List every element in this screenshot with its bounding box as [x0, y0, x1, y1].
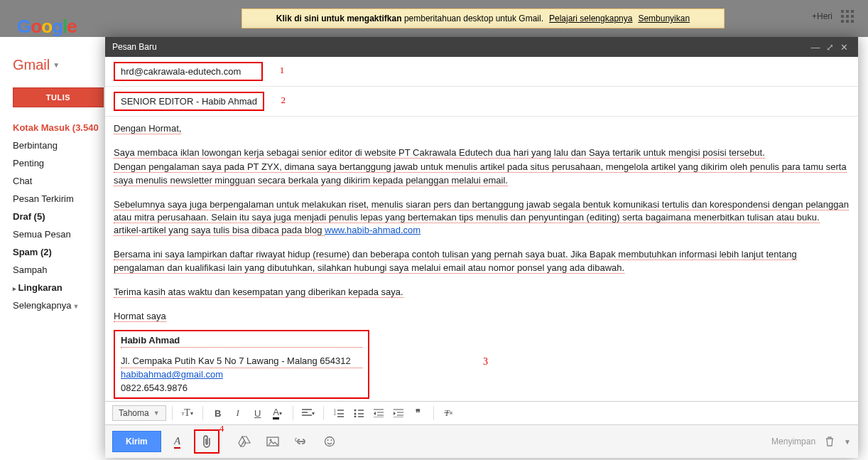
underline-icon[interactable]: U [249, 405, 267, 422]
sig-addr: Jl. Cempaka Putih Kav 5 No 7 Lawang - Ma… [121, 355, 362, 368]
emoji-icon[interactable] [318, 431, 342, 452]
more-options-icon[interactable]: ▼ [844, 438, 851, 446]
minimize-icon[interactable]: — [808, 42, 823, 53]
ordered-list-icon[interactable]: 12 [330, 405, 348, 422]
nav-spam[interactable]: Spam (2) [13, 243, 112, 261]
drive-icon[interactable] [232, 431, 256, 452]
close-icon[interactable]: ✕ [837, 42, 851, 53]
sig-name: Habib Ahmad [121, 334, 362, 348]
notice-text: pemberitahuan desktop untuk Gmail. [402, 14, 543, 23]
format-toolbar: Tahoma▼ тT▾ B I U A▾ ▾ 12 ❞ T× [105, 401, 858, 425]
body-p4: Bersama ini saya lampirkan daftar riwaya… [114, 249, 797, 273]
body-p2: Dengan pengalaman saya pada PT ZYX, dima… [114, 161, 847, 186]
indent-less-icon[interactable] [369, 405, 388, 422]
compose-button[interactable]: TULIS [13, 87, 104, 107]
font-size-icon[interactable]: тT▾ [178, 405, 197, 422]
compose-title: Pesan Baru [112, 42, 808, 52]
svg-point-2 [354, 410, 356, 412]
nav-starred[interactable]: Berbintang [13, 137, 112, 154]
quote-icon[interactable]: ❞ [409, 405, 428, 422]
nav-drafts[interactable]: Draf (5) [13, 208, 112, 225]
sig-phone: 0822.6543.9876 [121, 382, 362, 395]
sig-email-link[interactable]: habibahmad@gmail.com [121, 369, 223, 380]
svg-point-4 [354, 416, 356, 418]
annotation-box-3: Habib Ahmad Jl. Cempaka Putih Kav 5 No 7… [114, 330, 369, 399]
annotation-2: 2 [281, 95, 286, 105]
to-field-row[interactable]: hrd@cakrawala-edutech.com 1 [105, 57, 858, 87]
apps-grid-icon[interactable] [841, 10, 854, 23]
compose-window: Pesan Baru — ⤢ ✕ hrd@cakrawala-edutech.c… [105, 37, 858, 458]
send-button[interactable]: Kirim [112, 431, 161, 452]
google-logo: Google [17, 16, 77, 38]
nav-circles[interactable]: Lingkaran [13, 279, 112, 296]
caret-down-icon: ▼ [72, 303, 79, 310]
italic-icon[interactable]: I [229, 405, 247, 422]
saving-status: Menyimpan [771, 437, 815, 446]
notice-hide-link[interactable]: Sembunyikan [638, 14, 690, 23]
svg-point-7 [325, 437, 335, 446]
font-family-select[interactable]: Tahoma▼ [112, 405, 166, 421]
discard-icon[interactable] [825, 437, 834, 446]
caret-down-icon: ▼ [53, 61, 60, 69]
nav-all[interactable]: Semua Pesan [13, 225, 112, 243]
body-p5: Terima kasih atas waktu dan kesempatan y… [114, 287, 403, 298]
link-icon[interactable] [289, 431, 313, 452]
body-p6: Hormat saya [114, 311, 166, 322]
nav-more[interactable]: Selengkapnya▼ [13, 296, 112, 314]
body-greeting: Dengan Hormat, [114, 123, 181, 134]
attach-icon[interactable] [202, 435, 212, 448]
svg-text:2: 2 [334, 412, 336, 416]
notice-learn-more-link[interactable]: Pelajari selengkapnya [549, 14, 632, 23]
subject-field-row[interactable]: SENIOR EDITOR - Habib Ahmad 2 [105, 87, 858, 117]
annotation-box-4 [194, 429, 219, 454]
body-blog-link[interactable]: www.habib-ahmad.com [325, 225, 421, 235]
annotation-box-1: hrd@cakrawala-edutech.com [114, 62, 263, 81]
nav-important[interactable]: Penting [13, 154, 112, 172]
formatting-toggle-icon[interactable]: A [166, 431, 190, 452]
account-name[interactable]: +Heri [812, 11, 832, 21]
body-p3: Sebelumnya saya juga berpengalaman untuk… [114, 199, 849, 236]
nav-inbox[interactable]: Kotak Masuk (3.540 [13, 119, 112, 137]
to-value: hrd@cakrawala-edutech.com [121, 66, 241, 77]
notice-bold: Klik di sini untuk mengaktifkan [276, 14, 402, 23]
clear-format-icon[interactable]: T× [440, 405, 458, 422]
bullet-list-icon[interactable] [349, 405, 368, 422]
compose-body[interactable]: Dengan Hormat, Saya membaca iklan lowong… [105, 117, 858, 401]
gmail-menu[interactable]: Gmail▼ [13, 57, 112, 73]
sidebar: Gmail▼ TULIS Kotak Masuk (3.540 Berbinta… [13, 57, 112, 314]
notification-bar: Klik di sini untuk mengaktifkan pemberit… [242, 9, 725, 28]
align-icon[interactable]: ▾ [299, 405, 318, 422]
compose-titlebar[interactable]: Pesan Baru — ⤢ ✕ [105, 37, 858, 57]
text-color-icon[interactable]: A▾ [268, 405, 287, 422]
nav-sent[interactable]: Pesan Terkirim [13, 190, 112, 208]
nav-chat[interactable]: Chat [13, 172, 112, 190]
photo-icon[interactable] [261, 431, 285, 452]
popout-icon[interactable]: ⤢ [823, 42, 837, 53]
svg-point-6 [270, 439, 272, 442]
annotation-box-2: SENIOR EDITOR - Habib Ahmad [114, 92, 264, 111]
annotation-4: 4 [219, 423, 224, 434]
body-p1: Saya membaca iklan lowongan kerja sebaga… [114, 147, 765, 159]
subject-value: SENIOR EDITOR - Habib Ahmad [121, 96, 257, 107]
nav-trash[interactable]: Sampah [13, 261, 112, 279]
svg-point-9 [331, 439, 332, 441]
annotation-3: 3 [483, 355, 488, 369]
send-toolbar: Kirim A 4 Menyimpan ▼ [105, 425, 858, 458]
indent-more-icon[interactable] [389, 405, 408, 422]
svg-point-8 [327, 439, 329, 441]
svg-point-3 [354, 413, 356, 415]
annotation-1: 1 [280, 65, 285, 75]
bold-icon[interactable]: B [209, 405, 227, 422]
